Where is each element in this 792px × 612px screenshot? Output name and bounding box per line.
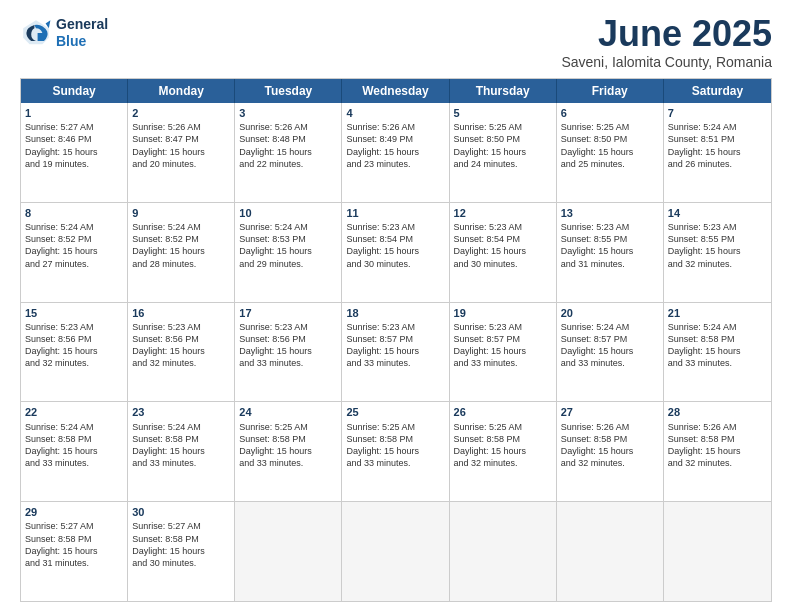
day-cell-10: 10Sunrise: 5:24 AMSunset: 8:53 PMDayligh…	[235, 203, 342, 302]
day-cell-6: 6Sunrise: 5:25 AMSunset: 8:50 PMDaylight…	[557, 103, 664, 202]
day-cell-26: 26Sunrise: 5:25 AMSunset: 8:58 PMDayligh…	[450, 402, 557, 501]
day-info: Sunrise: 5:26 AMSunset: 8:49 PMDaylight:…	[346, 121, 444, 170]
day-cell-5: 5Sunrise: 5:25 AMSunset: 8:50 PMDaylight…	[450, 103, 557, 202]
empty-cell	[342, 502, 449, 601]
day-cell-2: 2Sunrise: 5:26 AMSunset: 8:47 PMDaylight…	[128, 103, 235, 202]
day-number: 11	[346, 206, 444, 220]
day-info: Sunrise: 5:23 AMSunset: 8:56 PMDaylight:…	[25, 321, 123, 370]
day-number: 25	[346, 405, 444, 419]
day-cell-16: 16Sunrise: 5:23 AMSunset: 8:56 PMDayligh…	[128, 303, 235, 402]
day-cell-22: 22Sunrise: 5:24 AMSunset: 8:58 PMDayligh…	[21, 402, 128, 501]
day-number: 12	[454, 206, 552, 220]
day-cell-21: 21Sunrise: 5:24 AMSunset: 8:58 PMDayligh…	[664, 303, 771, 402]
day-info: Sunrise: 5:25 AMSunset: 8:58 PMDaylight:…	[454, 421, 552, 470]
header-day-saturday: Saturday	[664, 79, 771, 103]
day-info: Sunrise: 5:24 AMSunset: 8:53 PMDaylight:…	[239, 221, 337, 270]
day-cell-29: 29Sunrise: 5:27 AMSunset: 8:58 PMDayligh…	[21, 502, 128, 601]
day-number: 15	[25, 306, 123, 320]
header-day-friday: Friday	[557, 79, 664, 103]
day-info: Sunrise: 5:26 AMSunset: 8:47 PMDaylight:…	[132, 121, 230, 170]
day-number: 8	[25, 206, 123, 220]
day-cell-4: 4Sunrise: 5:26 AMSunset: 8:49 PMDaylight…	[342, 103, 449, 202]
header-day-wednesday: Wednesday	[342, 79, 449, 103]
day-cell-25: 25Sunrise: 5:25 AMSunset: 8:58 PMDayligh…	[342, 402, 449, 501]
day-cell-8: 8Sunrise: 5:24 AMSunset: 8:52 PMDaylight…	[21, 203, 128, 302]
logo-icon	[20, 17, 52, 49]
day-number: 23	[132, 405, 230, 419]
calendar-header: SundayMondayTuesdayWednesdayThursdayFrid…	[21, 79, 771, 103]
day-info: Sunrise: 5:24 AMSunset: 8:58 PMDaylight:…	[668, 321, 767, 370]
day-cell-7: 7Sunrise: 5:24 AMSunset: 8:51 PMDaylight…	[664, 103, 771, 202]
day-number: 18	[346, 306, 444, 320]
day-cell-20: 20Sunrise: 5:24 AMSunset: 8:57 PMDayligh…	[557, 303, 664, 402]
page-header: General Blue June 2025 Saveni, Ialomita …	[20, 16, 772, 70]
day-info: Sunrise: 5:23 AMSunset: 8:56 PMDaylight:…	[239, 321, 337, 370]
day-number: 9	[132, 206, 230, 220]
header-day-sunday: Sunday	[21, 79, 128, 103]
day-info: Sunrise: 5:25 AMSunset: 8:58 PMDaylight:…	[239, 421, 337, 470]
day-number: 3	[239, 106, 337, 120]
empty-cell	[235, 502, 342, 601]
day-number: 20	[561, 306, 659, 320]
day-info: Sunrise: 5:25 AMSunset: 8:50 PMDaylight:…	[454, 121, 552, 170]
month-title: June 2025	[561, 16, 772, 52]
day-cell-23: 23Sunrise: 5:24 AMSunset: 8:58 PMDayligh…	[128, 402, 235, 501]
day-number: 17	[239, 306, 337, 320]
day-cell-13: 13Sunrise: 5:23 AMSunset: 8:55 PMDayligh…	[557, 203, 664, 302]
title-area: June 2025 Saveni, Ialomita County, Roman…	[561, 16, 772, 70]
day-info: Sunrise: 5:25 AMSunset: 8:58 PMDaylight:…	[346, 421, 444, 470]
day-number: 10	[239, 206, 337, 220]
day-cell-14: 14Sunrise: 5:23 AMSunset: 8:55 PMDayligh…	[664, 203, 771, 302]
calendar-row: 15Sunrise: 5:23 AMSunset: 8:56 PMDayligh…	[21, 303, 771, 403]
day-info: Sunrise: 5:23 AMSunset: 8:55 PMDaylight:…	[668, 221, 767, 270]
day-info: Sunrise: 5:26 AMSunset: 8:58 PMDaylight:…	[668, 421, 767, 470]
day-number: 24	[239, 405, 337, 419]
day-cell-27: 27Sunrise: 5:26 AMSunset: 8:58 PMDayligh…	[557, 402, 664, 501]
day-cell-15: 15Sunrise: 5:23 AMSunset: 8:56 PMDayligh…	[21, 303, 128, 402]
day-cell-12: 12Sunrise: 5:23 AMSunset: 8:54 PMDayligh…	[450, 203, 557, 302]
day-number: 28	[668, 405, 767, 419]
header-day-thursday: Thursday	[450, 79, 557, 103]
day-info: Sunrise: 5:24 AMSunset: 8:58 PMDaylight:…	[25, 421, 123, 470]
day-info: Sunrise: 5:24 AMSunset: 8:51 PMDaylight:…	[668, 121, 767, 170]
location-subtitle: Saveni, Ialomita County, Romania	[561, 54, 772, 70]
day-number: 30	[132, 505, 230, 519]
day-number: 13	[561, 206, 659, 220]
day-number: 19	[454, 306, 552, 320]
day-number: 4	[346, 106, 444, 120]
day-cell-1: 1Sunrise: 5:27 AMSunset: 8:46 PMDaylight…	[21, 103, 128, 202]
calendar-body: 1Sunrise: 5:27 AMSunset: 8:46 PMDaylight…	[21, 103, 771, 601]
day-cell-9: 9Sunrise: 5:24 AMSunset: 8:52 PMDaylight…	[128, 203, 235, 302]
day-info: Sunrise: 5:23 AMSunset: 8:56 PMDaylight:…	[132, 321, 230, 370]
empty-cell	[664, 502, 771, 601]
calendar-row: 22Sunrise: 5:24 AMSunset: 8:58 PMDayligh…	[21, 402, 771, 502]
logo: General Blue	[20, 16, 108, 50]
day-number: 14	[668, 206, 767, 220]
header-day-monday: Monday	[128, 79, 235, 103]
day-cell-19: 19Sunrise: 5:23 AMSunset: 8:57 PMDayligh…	[450, 303, 557, 402]
day-number: 2	[132, 106, 230, 120]
day-cell-30: 30Sunrise: 5:27 AMSunset: 8:58 PMDayligh…	[128, 502, 235, 601]
day-number: 6	[561, 106, 659, 120]
page: General Blue June 2025 Saveni, Ialomita …	[0, 0, 792, 612]
day-number: 27	[561, 405, 659, 419]
calendar: SundayMondayTuesdayWednesdayThursdayFrid…	[20, 78, 772, 602]
day-cell-11: 11Sunrise: 5:23 AMSunset: 8:54 PMDayligh…	[342, 203, 449, 302]
day-info: Sunrise: 5:24 AMSunset: 8:58 PMDaylight:…	[132, 421, 230, 470]
day-number: 7	[668, 106, 767, 120]
day-info: Sunrise: 5:27 AMSunset: 8:58 PMDaylight:…	[132, 520, 230, 569]
day-cell-18: 18Sunrise: 5:23 AMSunset: 8:57 PMDayligh…	[342, 303, 449, 402]
day-info: Sunrise: 5:27 AMSunset: 8:58 PMDaylight:…	[25, 520, 123, 569]
day-cell-24: 24Sunrise: 5:25 AMSunset: 8:58 PMDayligh…	[235, 402, 342, 501]
calendar-row: 29Sunrise: 5:27 AMSunset: 8:58 PMDayligh…	[21, 502, 771, 601]
day-info: Sunrise: 5:23 AMSunset: 8:57 PMDaylight:…	[346, 321, 444, 370]
day-cell-28: 28Sunrise: 5:26 AMSunset: 8:58 PMDayligh…	[664, 402, 771, 501]
day-info: Sunrise: 5:23 AMSunset: 8:54 PMDaylight:…	[454, 221, 552, 270]
calendar-row: 1Sunrise: 5:27 AMSunset: 8:46 PMDaylight…	[21, 103, 771, 203]
day-info: Sunrise: 5:27 AMSunset: 8:46 PMDaylight:…	[25, 121, 123, 170]
empty-cell	[450, 502, 557, 601]
day-number: 29	[25, 505, 123, 519]
day-number: 26	[454, 405, 552, 419]
day-number: 1	[25, 106, 123, 120]
day-number: 5	[454, 106, 552, 120]
